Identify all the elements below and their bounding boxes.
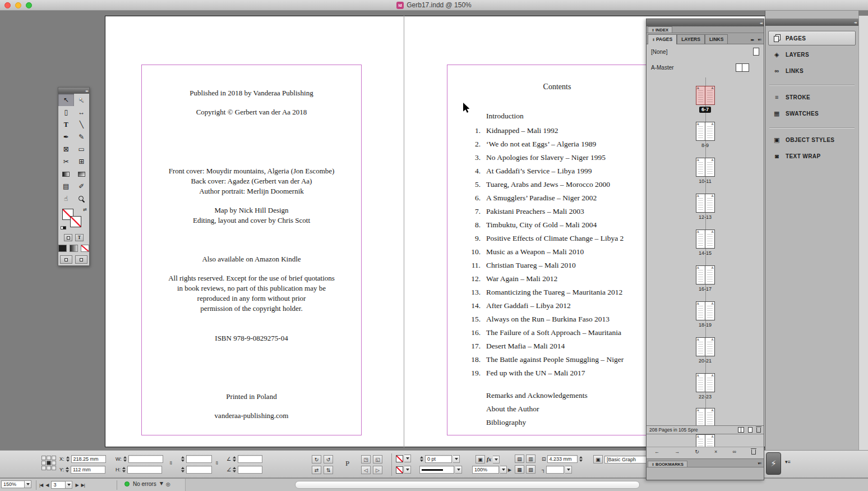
dock-stroke-button[interactable]: ≡ STROKE — [768, 90, 856, 104]
page-thumbnail[interactable]: A — [705, 122, 715, 141]
rectangle-tool[interactable]: ▭ — [74, 143, 90, 155]
remove-icon[interactable]: × — [714, 449, 717, 455]
apply-color-button[interactable] — [58, 245, 67, 252]
rotation-angle-field[interactable] — [238, 455, 262, 463]
gradient-tool[interactable] — [58, 168, 74, 180]
stroke-weight-dropdown[interactable] — [453, 455, 460, 463]
width-stepper[interactable] — [123, 455, 127, 463]
dock-swatches-button[interactable]: ▦ SWATCHES — [768, 106, 856, 121]
dock-pages-button[interactable]: PAGES — [768, 31, 856, 45]
page-thumbnail[interactable]: A — [696, 337, 705, 356]
page-thumbnail[interactable]: A — [705, 86, 715, 105]
flip-horizontal-button[interactable]: ⇄ — [312, 466, 321, 474]
tab-layers[interactable]: LAYERS — [677, 34, 705, 44]
back-arrow-icon[interactable]: ← — [654, 449, 659, 455]
spread-item[interactable]: A A 14-15 — [647, 228, 764, 264]
stroke-color-swatch[interactable] — [396, 466, 403, 474]
opacity-flyout-icon[interactable]: ▶ — [508, 467, 511, 472]
panel-menu-icon[interactable]: ▾≡ — [758, 38, 761, 42]
page-thumbnail[interactable]: A — [705, 408, 715, 425]
scale-x-field[interactable] — [186, 455, 212, 463]
spread-item[interactable]: A A 16-17 — [647, 264, 764, 300]
spread-label[interactable]: 16-17 — [699, 286, 712, 292]
line-tool[interactable]: ╲ — [74, 118, 90, 131]
refresh-icon[interactable]: ↻ — [695, 449, 699, 455]
select-container-button[interactable]: ◳ — [361, 455, 371, 464]
preview-mode-button[interactable] — [75, 255, 87, 264]
fx-label[interactable]: fx — [487, 456, 491, 462]
formatting-affects-container-button[interactable] — [64, 234, 72, 241]
page-thumbnail[interactable]: A — [696, 158, 705, 177]
page-tool[interactable]: ▯ — [58, 106, 74, 118]
tab-links[interactable]: LINKS — [705, 34, 728, 44]
master-a-row[interactable]: A-Master — [647, 59, 764, 76]
dock-text-wrap-button[interactable]: ◙ TEXT WRAP — [768, 149, 856, 163]
collapse-panel-icon[interactable]: ◂◂ — [760, 21, 762, 25]
spread-label[interactable]: 18-19 — [699, 322, 712, 328]
cs-live-button[interactable]: ⚡ — [766, 452, 781, 475]
spread-item[interactable]: A A 6-7 — [647, 85, 764, 121]
page-number-field[interactable]: 3 — [51, 481, 66, 489]
type-tool[interactable]: T — [58, 118, 74, 131]
spread-label[interactable]: 12-13 — [699, 214, 712, 221]
delete-page-button[interactable] — [756, 428, 761, 433]
panel-group-title-bar[interactable]: ◂◂ — [647, 19, 764, 26]
spread-thumbnails[interactable]: A A — [696, 373, 715, 392]
last-spread-button[interactable]: ▶| — [81, 483, 85, 488]
spread-label[interactable]: 8-9 — [701, 143, 709, 149]
zoom-level-dropdown[interactable] — [25, 480, 31, 488]
scale-y-field[interactable] — [186, 466, 212, 474]
first-spread-button[interactable]: |◀ — [39, 483, 43, 488]
spread-label[interactable]: 22-23 — [699, 394, 712, 400]
corner-shape-arrow[interactable] — [565, 466, 572, 474]
control-panel-menu-icon[interactable]: ▾≡ — [785, 459, 791, 465]
gap-tool[interactable]: ↔ — [74, 106, 90, 118]
dock-title-bar[interactable]: ◂◂ — [765, 19, 858, 26]
tab-pages[interactable]: ⇕ PAGES — [648, 34, 677, 44]
spread-item[interactable]: A A 22-23 — [647, 372, 764, 408]
spread-label[interactable]: 10-11 — [699, 178, 711, 185]
y-field[interactable]: 112 mm — [71, 466, 105, 474]
fx-dropdown[interactable] — [493, 456, 500, 464]
wrap-around-object-button[interactable]: ▦ — [515, 465, 524, 474]
spread-thumbnails[interactable]: A A — [696, 122, 715, 141]
page-thumbnail[interactable]: A — [696, 408, 705, 425]
forward-arrow-icon[interactable]: → — [675, 449, 680, 455]
expand-panel-icon[interactable]: ▸▸ — [751, 38, 754, 42]
pen-tool[interactable]: ✒ — [58, 131, 74, 143]
constrain-dimensions-link-icon[interactable]: ∞ — [168, 461, 174, 465]
stroke-color-dropdown[interactable] — [404, 466, 411, 474]
effects-button[interactable]: ▣ — [475, 455, 485, 464]
stroke-weight-field[interactable]: 0 pt — [425, 455, 452, 463]
zoom-tool[interactable] — [74, 192, 90, 205]
stroke-type-arrow[interactable] — [455, 466, 462, 474]
spread-item-partial[interactable]: A A — [696, 408, 715, 425]
new-spread-button[interactable] — [738, 427, 744, 433]
select-content-button[interactable]: ◱ — [373, 455, 382, 464]
dock-links-button[interactable]: ∞ LINKS — [768, 63, 856, 78]
x-field[interactable]: 218.25 mm — [71, 455, 106, 463]
preflight-menu-icon[interactable]: ◎ — [166, 481, 170, 487]
zoom-window-button[interactable] — [26, 2, 32, 8]
page-thumbnail[interactable]: A — [696, 194, 705, 213]
bookmarks-menu-icon[interactable]: ▾≡ — [755, 461, 764, 467]
link-icon[interactable]: ∞ — [732, 449, 736, 455]
scale-x-stepper[interactable] — [181, 455, 185, 463]
page-thumbnail[interactable]: A — [705, 301, 715, 320]
horizontal-scrollbar-thumb[interactable] — [295, 481, 640, 489]
spread-thumbnails[interactable]: A A — [696, 230, 715, 249]
zoom-level-field[interactable]: 150% — [1, 480, 25, 488]
constrain-scale-link-icon[interactable]: ∞ — [214, 461, 220, 465]
x-stepper[interactable] — [66, 455, 70, 463]
hand-tool[interactable]: ☝ — [58, 192, 74, 205]
spread-thumbnails[interactable]: A A — [696, 337, 715, 356]
opacity-field[interactable]: 100% — [472, 466, 499, 474]
master-none-row[interactable]: [None] — [647, 44, 764, 59]
page-thumbnail[interactable]: A — [705, 337, 715, 356]
swap-fill-stroke-icon[interactable]: ⇄ — [83, 207, 87, 212]
object-style-dropdown[interactable]: [Basic Graph — [604, 456, 652, 464]
spread-item[interactable]: A A 10-11 — [647, 157, 764, 192]
spread-thumbnails[interactable]: A A — [696, 158, 715, 177]
stroke-weight-stepper[interactable] — [419, 455, 424, 463]
apply-gradient-button[interactable] — [70, 245, 78, 252]
